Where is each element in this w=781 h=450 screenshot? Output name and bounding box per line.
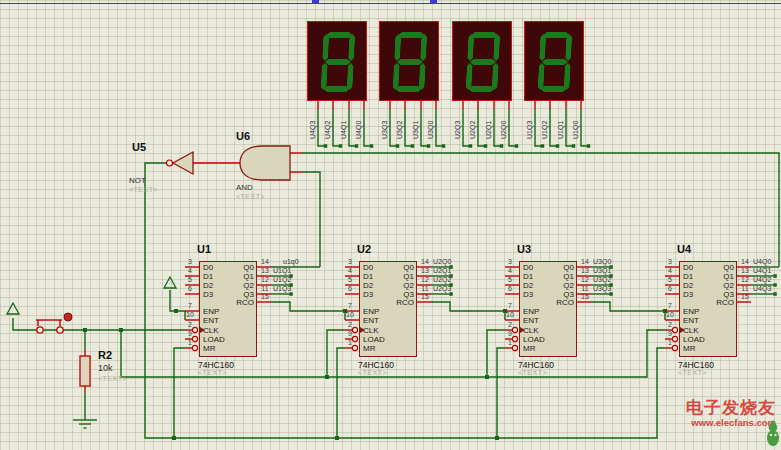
power-terminal-icon[interactable]	[7, 303, 19, 314]
and-gate[interactable]	[240, 146, 290, 180]
wire-label: U4Q3	[753, 285, 771, 293]
pin-name: D2	[203, 281, 213, 290]
pin-name: RCO	[230, 298, 254, 307]
segment-a	[326, 32, 352, 38]
pin-number: 10	[663, 311, 677, 319]
pin-number: 7	[663, 302, 677, 310]
pin-number: 13	[578, 267, 592, 275]
resistor-value: 10k	[98, 363, 113, 373]
pin-number: 11	[578, 285, 592, 293]
segment-c	[563, 63, 570, 90]
wire[interactable]	[497, 348, 505, 438]
wire[interactable]	[302, 172, 320, 267]
display-pin-label: U1Q0	[572, 103, 581, 139]
display-pin-label: U2Q0	[500, 103, 509, 139]
pin-number: 9	[503, 330, 517, 338]
wire[interactable]	[271, 302, 345, 311]
pin-name: LOAD	[523, 335, 545, 344]
ic-ref: U2	[357, 243, 371, 255]
segment-g	[470, 59, 496, 65]
junction-dot	[485, 375, 489, 379]
display-pin-label: U2Q3	[454, 103, 463, 139]
seven-segment-display-4[interactable]	[524, 21, 584, 101]
segment-f	[322, 34, 329, 61]
pin-number: 6	[183, 285, 197, 293]
ic-placeholder: <TEXT>	[358, 369, 387, 376]
ic-placeholder: <TEXT>	[678, 369, 707, 376]
pin-name: RCO	[550, 298, 574, 307]
seven-segment-display-3[interactable]	[452, 21, 512, 101]
power-terminal-icon[interactable]	[164, 277, 176, 288]
pin-number: 10	[343, 311, 357, 319]
resistor-body[interactable]	[80, 356, 90, 386]
display-pin-wire[interactable]	[405, 109, 411, 146]
pin-name: ENT	[523, 316, 539, 325]
pin-name: D3	[523, 290, 533, 299]
display-pin-wire[interactable]	[333, 109, 339, 146]
ic-ref: U1	[197, 243, 211, 255]
wire-label: U4Q2	[753, 276, 771, 284]
junction-dot	[587, 144, 591, 148]
pin-name: CLK	[363, 326, 379, 335]
pin-number: 14	[578, 258, 592, 266]
segment-e	[537, 63, 544, 90]
junction-dot	[427, 144, 431, 148]
junction-dot	[339, 144, 343, 148]
junction-dot	[556, 144, 560, 148]
wire-label: U2Q0	[433, 258, 451, 266]
display-pin-wire[interactable]	[509, 109, 515, 146]
segment-a	[471, 32, 497, 38]
display-digit	[378, 22, 440, 100]
pin-name: Q2	[550, 281, 574, 290]
segment-f	[539, 34, 546, 61]
pin-number: 7	[503, 302, 517, 310]
pin-name: D1	[683, 272, 693, 281]
wire[interactable]	[591, 302, 665, 311]
pin-number: 5	[503, 276, 517, 284]
display-pin-wire[interactable]	[436, 109, 442, 146]
display-pin-label: U1Q2	[541, 103, 550, 139]
wire[interactable]	[337, 348, 345, 438]
pin-number: 12	[418, 276, 432, 284]
ic-placeholder: <TEXT>	[518, 369, 547, 376]
and-gate-ref: U6	[236, 130, 250, 142]
segment-b	[420, 34, 427, 61]
seven-segment-display-2[interactable]	[379, 21, 439, 101]
junction-dot	[83, 328, 87, 332]
pin-name: CLK	[203, 326, 219, 335]
pin-number: 9	[183, 330, 197, 338]
display-pin-wire[interactable]	[478, 109, 484, 146]
wire-label: U2Q1	[433, 267, 451, 275]
display-pin-wire[interactable]	[581, 109, 587, 146]
pin-number: 2	[183, 321, 197, 329]
push-button-contact[interactable]	[37, 327, 43, 333]
segment-e	[465, 63, 472, 90]
display-pin-wire[interactable]	[364, 109, 370, 146]
display-digit	[306, 22, 368, 100]
pin-number: 13	[258, 267, 272, 275]
pin-number: 1	[663, 339, 677, 347]
pin-number: 12	[578, 276, 592, 284]
not-gate[interactable]	[173, 152, 193, 174]
display-pin-label: U2Q2	[469, 103, 478, 139]
display-pin-wire[interactable]	[550, 109, 556, 146]
pin-number: 12	[258, 276, 272, 284]
display-pin-label: U3Q3	[381, 103, 390, 139]
segment-d	[468, 86, 494, 92]
junction-dot	[174, 309, 178, 313]
pin-number: 3	[663, 258, 677, 266]
pin-name: ENP	[203, 307, 219, 316]
push-button-actuator[interactable]	[64, 313, 72, 321]
segment-b	[565, 34, 572, 61]
pin-name: D1	[363, 272, 373, 281]
wire[interactable]	[431, 302, 505, 311]
junction-dot	[172, 436, 176, 440]
wire-label: U3Q1	[593, 267, 611, 275]
display-pin-label: U4Q1	[340, 103, 349, 139]
push-button-contact[interactable]	[57, 327, 63, 333]
pin-name: Q0	[550, 263, 574, 272]
wire[interactable]	[174, 348, 185, 438]
wire[interactable]	[302, 153, 779, 267]
seven-segment-display-1[interactable]	[307, 21, 367, 101]
pin-number: 13	[738, 267, 752, 275]
